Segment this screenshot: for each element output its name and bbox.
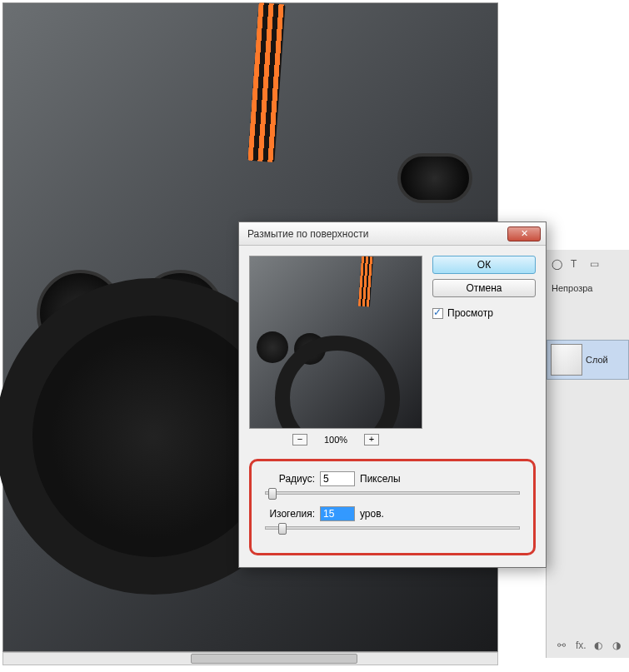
threshold-slider[interactable] [265,526,520,530]
dialog-title: Размытие по поверхности [247,228,507,240]
zoom-percent: 100% [324,435,347,445]
zoom-controls: − 100% + [249,434,422,446]
adjustment-icon[interactable]: ◑ [612,640,624,651]
radius-row: Радиус: Пикселы [265,471,520,486]
preview-checkbox[interactable] [432,308,443,319]
controls-column: ОК Отмена Просмотр [432,256,536,446]
radius-unit: Пикселы [360,473,401,485]
type-tool-icon[interactable]: T [571,258,582,270]
mask-icon[interactable]: ◐ [594,640,606,651]
preview-checkbox-row: Просмотр [432,307,536,319]
preview-shape [257,331,288,363]
circle-tool-icon[interactable]: ◯ [552,258,563,270]
layer-name[interactable]: Слой [586,355,608,365]
preview-checkbox-label: Просмотр [447,307,493,319]
dialog-body: − 100% + ОК Отмена Просмотр [239,246,546,455]
surface-blur-dialog: Размытие по поверхности ✕ − 100% + ОК От… [238,222,547,568]
threshold-input[interactable] [320,506,355,521]
ribbon-shape [247,2,285,162]
horizontal-scrollbar[interactable] [2,652,498,665]
path-icon[interactable]: ▭ [590,258,602,270]
preview-column: − 100% + [249,256,422,446]
preview-image[interactable] [249,256,422,429]
link-icon[interactable]: ⚯ [557,640,569,651]
right-panel: ◯ T ▭ Непрозра Слой ⚯ fx. ◐ ◑ [546,250,629,658]
preview-shape [358,256,373,307]
fx-icon[interactable]: fx. [576,640,587,651]
close-button[interactable]: ✕ [507,226,541,241]
radius-label: Радиус: [265,473,315,485]
radius-input[interactable] [320,471,355,486]
sliders-highlight: Радиус: Пикселы Изогелия: уров. [249,459,536,555]
cancel-button[interactable]: Отмена [432,279,536,297]
radius-slider-thumb[interactable] [268,488,277,500]
scrollbar-thumb[interactable] [191,654,357,664]
panel-bottom-icons: ⚯ fx. ◐ ◑ [557,640,624,651]
radius-slider[interactable] [265,491,520,495]
opacity-label: Непрозра [547,278,629,298]
dialog-titlebar[interactable]: Размытие по поверхности ✕ [239,222,546,246]
vent-shape [397,153,472,203]
close-icon: ✕ [521,228,528,238]
threshold-label: Изогелия: [265,508,315,520]
zoom-out-button[interactable]: − [292,434,307,446]
zoom-in-button[interactable]: + [364,434,379,446]
panel-toolbar: ◯ T ▭ [547,250,629,278]
layer-thumbnail[interactable] [551,344,582,376]
layer-row[interactable]: Слой [547,340,629,380]
threshold-row: Изогелия: уров. [265,506,520,521]
threshold-slider-thumb[interactable] [278,523,287,535]
ok-button[interactable]: ОК [432,256,536,274]
threshold-unit: уров. [360,508,384,520]
